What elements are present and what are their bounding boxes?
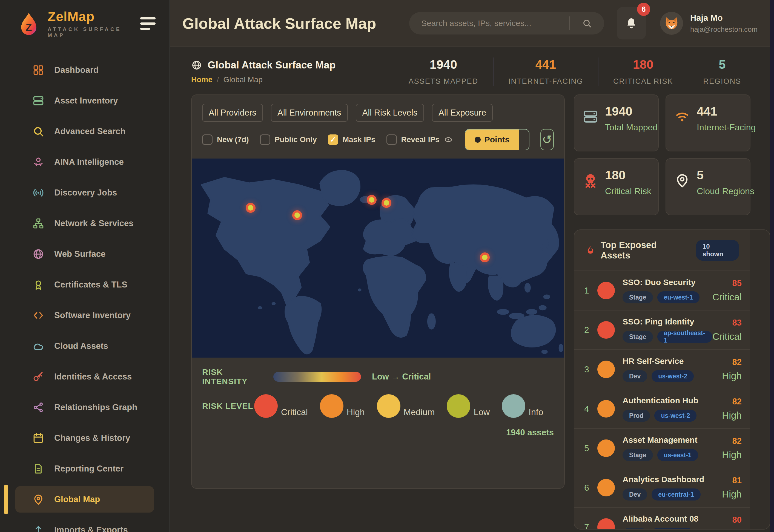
filter-select[interactable]: All Risk Levels xyxy=(356,104,424,122)
asset-row[interactable]: 4 Authentication Hub Prod us-west-2 xyxy=(574,389,750,429)
asset-score: 82 xyxy=(722,397,742,407)
sidebar-item[interactable]: Dashboard xyxy=(8,55,162,85)
asset-name: SSO: Ping Identity xyxy=(623,317,712,326)
sidebar-item-label: Discovery Jobs xyxy=(54,188,117,198)
asset-map-marker[interactable] xyxy=(248,205,253,211)
asset-score: 85 xyxy=(712,278,742,288)
calendar-icon xyxy=(32,432,44,444)
asset-row[interactable]: 1 SSO: Duo Security Stage eu-west-1 xyxy=(574,271,750,310)
heat-mode-button[interactable]: Heat xyxy=(519,130,529,150)
card-label: Internet-Facing xyxy=(697,122,756,133)
asset-map-marker[interactable] xyxy=(384,200,389,206)
notifications-button[interactable]: 6 xyxy=(617,7,646,39)
asset-map-marker[interactable] xyxy=(369,197,374,203)
assets-total: 1940 assets xyxy=(202,428,554,438)
asset-row[interactable]: 5 Asset Management Stage us-east-1 xyxy=(574,429,750,468)
breadcrumb-home-link[interactable]: Home xyxy=(191,75,213,84)
checkbox-label: Reveal IPs xyxy=(401,135,440,144)
user-menu[interactable]: Haja Mo haja@rocheston.com xyxy=(660,12,758,35)
world-map[interactable] xyxy=(192,159,564,358)
skull-icon xyxy=(583,172,598,188)
asset-row[interactable]: 6 Analytics Dashboard Dev eu-central-1 xyxy=(574,468,750,508)
menu-toggle-icon[interactable] xyxy=(140,17,157,30)
sidebar-item-label: Network & Services xyxy=(54,218,133,228)
sidebar-item[interactable]: Software Inventory xyxy=(8,300,162,331)
sidebar-item-label: Asset Inventory xyxy=(54,96,118,106)
content-row: All Providers All Environments All Risk … xyxy=(170,93,774,530)
sidebar-item-label: Relationships Graph xyxy=(54,402,137,412)
asset-row[interactable]: 3 HR Self-Service Dev us-west-2 xyxy=(574,350,750,389)
search-input[interactable] xyxy=(409,19,569,28)
sidebar-item[interactable]: Cloud Assets xyxy=(8,331,162,361)
panel-scrollbar-track[interactable] xyxy=(750,230,770,529)
server-icon xyxy=(32,95,44,107)
asset-risk-dot xyxy=(597,400,615,418)
asset-risk-dot xyxy=(597,479,615,496)
sidebar-item[interactable]: Reporting Center xyxy=(8,453,162,484)
sidebar-item[interactable]: Discovery Jobs xyxy=(8,177,162,208)
report-icon xyxy=(32,463,44,475)
filter-row: All Providers All Environments All Risk … xyxy=(192,95,564,122)
top-header: Global Attack Surface Map 6 Haja Mo haja… xyxy=(170,0,774,47)
flame-icon xyxy=(585,245,596,255)
checkbox-box: ✓ xyxy=(260,134,270,145)
filter-select[interactable]: All Providers xyxy=(202,104,263,122)
filter-checkbox[interactable]: ✓ New (7d) xyxy=(202,134,249,145)
sidebar-item[interactable]: Advanced Search xyxy=(8,116,162,147)
sidebar-logo-row: Z ZelMap ATTACK SURFACE MAP xyxy=(0,0,169,47)
page-title: Global Attack Surface Map xyxy=(182,15,376,32)
asset-row[interactable]: 7 Alibaba Account 08 Lab us-west-2 xyxy=(574,508,750,530)
asset-score: 80 xyxy=(712,515,742,525)
panel-title: Top Exposed Assets xyxy=(601,240,688,261)
search-icon xyxy=(582,18,592,28)
sidebar-item[interactable]: Asset Inventory xyxy=(8,85,162,116)
sidebar-item[interactable]: Identities & Access xyxy=(8,361,162,392)
sidebar-item[interactable]: Relationships Graph xyxy=(8,392,162,423)
user-name: Haja Mo xyxy=(690,13,758,23)
risk-level-name: Critical xyxy=(281,407,308,418)
sidebar-item-label: AINA Intelligence xyxy=(54,157,124,167)
reset-filters-button[interactable]: ↺ xyxy=(540,129,554,150)
sidebar-item[interactable]: Web Surface xyxy=(8,239,162,269)
asset-name: Alibaba Account 08 xyxy=(623,514,712,524)
sidebar-item-label: Web Surface xyxy=(54,249,105,259)
map-panel: All Providers All Environments All Risk … xyxy=(191,94,565,489)
top-exposed-assets-panel: Top Exposed Assets 10 shown 1 SSO: Duo S… xyxy=(574,229,770,530)
page-edge-strip xyxy=(770,0,774,532)
code-icon xyxy=(32,309,44,321)
sidebar-item[interactable]: Global Map xyxy=(15,486,154,513)
bell-icon xyxy=(625,17,638,30)
asset-row[interactable]: 2 SSO: Ping Identity Stage ap-southeast-… xyxy=(574,310,750,350)
stat-value: 441 xyxy=(508,57,583,72)
sidebar-item[interactable]: Certificates & TLS xyxy=(8,269,162,300)
eye-icon xyxy=(444,135,453,144)
card-value: 180 xyxy=(605,168,651,182)
risk-level-dot xyxy=(254,394,278,418)
asset-map-marker[interactable] xyxy=(482,255,488,260)
brand-block: ZelMap ATTACK SURFACE MAP xyxy=(48,9,140,38)
checkbox-label: New (7d) xyxy=(217,135,249,144)
sidebar-item[interactable]: Changes & History xyxy=(8,423,162,453)
asset-map-marker[interactable] xyxy=(294,212,300,218)
filter-select[interactable]: All Exposure xyxy=(432,104,493,122)
checkbox-box: ✓ xyxy=(328,134,338,145)
sidebar-item[interactable]: Imports & Exports xyxy=(8,515,162,532)
card-label: Critical Risk xyxy=(605,186,651,196)
asset-score: 82 xyxy=(722,436,742,446)
filter-checkbox[interactable]: ✓ Mask IPs xyxy=(328,134,375,145)
filter-select[interactable]: All Environments xyxy=(271,104,348,122)
filter-checkbox[interactable]: ✓ Reveal IPs xyxy=(386,134,453,145)
sidebar-item[interactable]: Network & Services xyxy=(8,208,162,239)
sidebar-item[interactable]: AINA Intelligence xyxy=(8,147,162,177)
stat-label: CRITICAL RISK xyxy=(613,77,673,86)
asset-name: HR Self-Service xyxy=(623,356,722,366)
share-icon xyxy=(32,401,44,413)
region-tag: us-west-2 xyxy=(654,410,696,422)
map-markers xyxy=(192,159,564,358)
sidebar-item-label: Cloud Assets xyxy=(54,341,108,351)
region-tag: eu-west-1 xyxy=(657,291,700,303)
filter-checkbox[interactable]: ✓ Public Only xyxy=(260,134,317,145)
search-button[interactable] xyxy=(570,12,604,34)
points-mode-button[interactable]: Points xyxy=(465,130,519,150)
card-value: 5 xyxy=(697,168,754,182)
